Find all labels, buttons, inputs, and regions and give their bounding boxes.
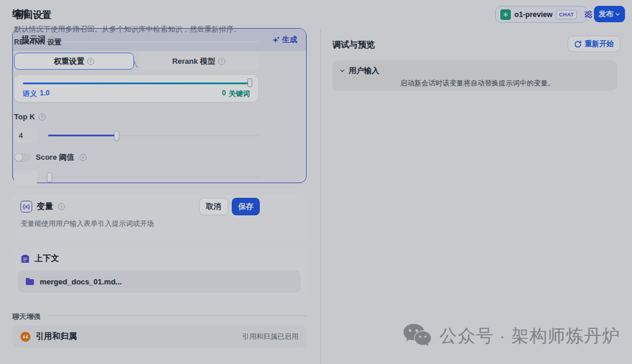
- watermark: 公众号 · 架构师炼丹炉: [403, 323, 620, 349]
- modal-backdrop[interactable]: [0, 0, 632, 364]
- wechat-icon: [403, 323, 432, 349]
- watermark-text: 公众号 · 架构师炼丹炉: [439, 324, 620, 348]
